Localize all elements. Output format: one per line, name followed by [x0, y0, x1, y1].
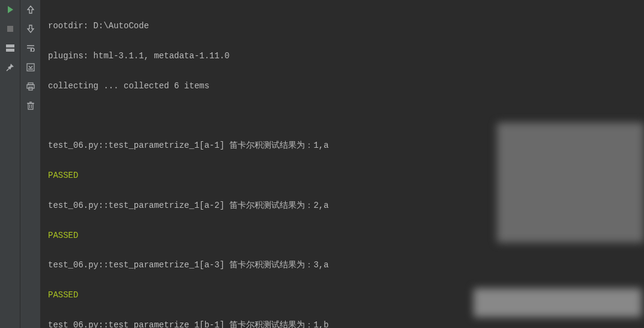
console-panel: rootdir: D:\AutoCode plugins: html-3.1.1… [41, 0, 644, 328]
redacted-region [474, 288, 642, 317]
redacted-region [497, 123, 644, 243]
console-line: collecting ... collected 6 items [48, 79, 638, 94]
stop-button[interactable] [2, 22, 18, 36]
clear-all-button[interactable] [23, 99, 38, 113]
up-button[interactable] [23, 2, 38, 17]
svg-marker-0 [8, 6, 13, 13]
layout-icon [6, 44, 14, 52]
svg-line-4 [7, 68, 9, 71]
svg-rect-3 [6, 49, 14, 52]
svg-rect-2 [6, 44, 14, 47]
scrollbar-track[interactable] [638, 0, 644, 328]
svg-rect-11 [28, 103, 33, 109]
svg-rect-1 [7, 26, 13, 32]
test-line: test_06.py::test_parametrize_1[b-1] 笛卡尔积… [48, 318, 638, 328]
scroll-icon [26, 63, 35, 71]
console-line: rootdir: D:\AutoCode [48, 19, 638, 34]
console-line [48, 108, 638, 123]
wrap-icon [26, 44, 35, 52]
svg-rect-9 [27, 85, 34, 88]
trash-icon [27, 102, 34, 110]
down-button[interactable] [23, 22, 38, 36]
run-toolbar-secondary [20, 0, 41, 328]
print-button[interactable] [23, 79, 38, 94]
run-toolbar-primary [0, 0, 20, 328]
svg-marker-5 [30, 48, 32, 52]
run-button[interactable] [2, 2, 18, 17]
stop-icon [7, 25, 14, 32]
pin-button[interactable] [2, 60, 18, 74]
up-icon [27, 5, 34, 14]
test-line: test_06.py::test_parametrize_1[a-3] 笛卡尔积… [48, 258, 638, 273]
soft-wrap-button[interactable] [23, 41, 38, 55]
run-tool-window: rootdir: D:\AutoCode plugins: html-3.1.1… [0, 0, 644, 328]
scroll-to-end-button[interactable] [23, 60, 38, 74]
svg-rect-6 [27, 64, 34, 71]
layout-button[interactable] [2, 41, 18, 55]
print-icon [26, 82, 35, 91]
down-icon [27, 25, 34, 33]
run-icon [6, 5, 14, 14]
console-line: plugins: html-3.1.1, metadata-1.11.0 [48, 49, 638, 64]
pin-icon [6, 63, 14, 71]
